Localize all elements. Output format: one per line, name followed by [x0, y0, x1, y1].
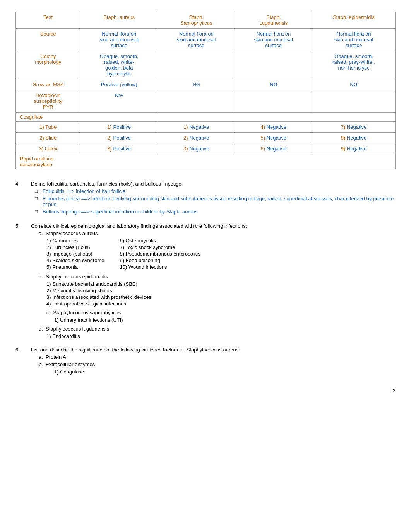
- q4-body: Define folliculitis, carbuncles, furuncl…: [31, 181, 396, 216]
- q6-num: 6.: [15, 347, 31, 376]
- row-slide-sapro: Negative: [189, 135, 209, 141]
- list-item: 3) Infections associated with prosthetic…: [46, 294, 396, 300]
- list-item: 4) Post-operative surgical infections: [46, 301, 396, 307]
- row-colony-epid: Opaque, smooth,raised, gray-white ,non-h…: [332, 53, 375, 71]
- list-item: 1) Urinary tract infections (UTI): [54, 317, 396, 323]
- row-tube-label: 1) Tube: [39, 124, 57, 130]
- list-item: 1) Subacute bacterial endocarditis (SBE): [46, 281, 396, 287]
- row-latex-sapro-num: 3): [183, 146, 189, 152]
- row-msa-label: Grow on MSA: [33, 82, 64, 87]
- list-item: 1) Endocarditis: [46, 333, 396, 339]
- question-5: 5. Correlate clinical, epidemiological a…: [15, 223, 396, 340]
- row-slide-epid-num: 8): [341, 135, 347, 141]
- row-latex-aureus: Positive: [113, 146, 131, 152]
- q5-c-block: c. Staphylococcus saprophyticus 1) Urina…: [31, 310, 396, 323]
- row-source-epid: Normal flora onskin and mucosalsurface: [334, 31, 373, 48]
- col-header-test: Test: [43, 14, 53, 20]
- row-novo-lugd: [235, 90, 312, 113]
- q5-body: Correlate clinical, epidemiological and …: [31, 223, 396, 340]
- row-novo-epid: [312, 90, 396, 113]
- q6-b-sub: 1) Coagulase: [39, 369, 396, 375]
- q6-b-coagulase: 1) Coagulase: [54, 369, 396, 375]
- row-latex-sapro: Negative: [189, 146, 209, 152]
- row-colony-lugd: [235, 51, 312, 79]
- question-4: 4. Define folliculitis, carbuncles, furu…: [15, 181, 396, 216]
- row-tube-lugd-num: 4): [261, 124, 267, 130]
- q5-b-label: b. Staphylococcus epidermidis: [39, 274, 396, 280]
- col-header-saprophyticus: Staph.Saprophyticus: [180, 14, 212, 26]
- q4-bullet-3: Bullous impetigo ==> superficial infecti…: [35, 209, 396, 215]
- row-novo-label: NovobiocinsusceptibilityPYR: [34, 92, 62, 110]
- col-header-epidermidis: Staph. epidermidis: [333, 14, 375, 20]
- q6-a: a. Protein A: [39, 354, 396, 360]
- q4-num: 4.: [15, 181, 31, 216]
- row-latex-lugd: Negative: [267, 146, 286, 152]
- row-slide-lugd: Negative: [267, 135, 286, 141]
- q4-bullet-list: Folliculitis ==> infection of hair folli…: [31, 188, 396, 215]
- q5-c-list: 1) Urinary tract infections (UTI): [46, 317, 396, 323]
- q5-b-block: b. Staphylococcus epidermidis 1) Subacut…: [31, 274, 396, 307]
- q4-text: Define folliculitis, carbuncles, furuncl…: [31, 181, 396, 187]
- list-item: 3) Impetigo (bullous): [46, 251, 104, 257]
- row-source-aureus: Normal flora onskin and mucosalsurface: [99, 31, 138, 48]
- row-colony-sapro: [158, 51, 235, 79]
- q5-a-list-left: 1) Carbuncles 2) Furuncles (Boils) 3) Im…: [46, 238, 104, 271]
- q5-d-list: 1) Endocarditis: [39, 333, 396, 339]
- col-header-lugdunensis: Staph.Lugdunensis: [259, 14, 288, 26]
- list-item: 5) Pneumonia: [46, 264, 104, 270]
- row-msa-epid: NG: [350, 82, 358, 87]
- q5-a-list-right: 6) Osteomyelitis 7) Toxic shock syndrome…: [120, 238, 200, 271]
- list-item: 6) Osteomyelitis: [120, 238, 200, 244]
- q4-bullet-1: Folliculitis ==> infection of hair folli…: [35, 188, 396, 194]
- row-latex-epid: Negative: [347, 146, 366, 152]
- row-slide-lugd-num: 5): [261, 135, 267, 141]
- q5-b-list: 1) Subacute bacterial endocarditis (SBE)…: [39, 281, 396, 307]
- row-slide-sapro-num: 2): [183, 135, 189, 141]
- q5-a-label: a. Staphylococcus aureus: [39, 230, 396, 236]
- list-item: 2) Furuncles (Boils): [46, 244, 104, 250]
- row-latex-num: 3): [107, 146, 113, 152]
- row-source-lugd: Normal flora onskin and mucosalsurface: [254, 31, 293, 48]
- row-latex-lugd-num: 6): [261, 146, 267, 152]
- q6-body: List and describe the significance of th…: [31, 347, 396, 376]
- q5-a-lists: 1) Carbuncles 2) Furuncles (Boils) 3) Im…: [39, 238, 396, 271]
- row-source-label: Source: [40, 31, 56, 37]
- row-latex-label: 3) Latex: [39, 146, 57, 152]
- row-msa-lugd: NG: [270, 82, 277, 87]
- q6-b: b. Extracellular enzymes: [39, 361, 396, 367]
- q5-d-label: d. Staphylococcus lugdunensis: [39, 326, 396, 332]
- q5-c-label: c. Staphylococcus saprophyticus: [46, 310, 396, 315]
- row-colony-aureus: Opaque, smooth,raised, white-golden, bet…: [100, 53, 139, 77]
- q5-num: 5.: [15, 223, 31, 340]
- q5-text: Correlate clinical, epidemiological and …: [31, 223, 396, 229]
- row-tube-epid: Negative: [347, 124, 366, 130]
- q5-d-block: d. Staphylococcus lugdunensis 1) Endocar…: [31, 326, 396, 339]
- list-item: 2) Meningitis involving shunts: [46, 288, 396, 293]
- row-msa-sapro: NG: [192, 82, 200, 87]
- list-item: 1) Carbuncles: [46, 238, 104, 244]
- row-colony-label: Colonymorphology: [35, 53, 61, 65]
- page-number: 2: [15, 388, 396, 394]
- comparison-table: Test Staph. aureus Staph.Saprophyticus S…: [15, 12, 396, 169]
- q4-bullet-2: Furuncles (boils) ==> infection involvin…: [35, 196, 396, 207]
- list-item: 8) Pseudomembranous enterocolitis: [120, 251, 200, 257]
- q6-text: List and describe the significance of th…: [31, 347, 396, 353]
- row-tube-sapro-num: 1): [183, 124, 189, 130]
- row-source-sapro: Normal flora onskin and mucosalsurface: [177, 31, 216, 48]
- col-header-aureus: Staph. aureus: [103, 14, 135, 20]
- list-item: 9) Food poisoning: [120, 257, 200, 263]
- list-item: 4) Scalded skin syndrome: [46, 257, 104, 263]
- row-tube-lugd: Negative: [267, 124, 286, 130]
- question-6: 6. List and describe the significance of…: [15, 347, 396, 376]
- row-tube-epid-num: 7): [341, 124, 347, 130]
- row-tube-sapro: Negative: [189, 124, 209, 130]
- row-slide-epid: Negative: [347, 135, 366, 141]
- row-slide-num: 2): [107, 135, 113, 141]
- row-tube-aureus: Positive: [113, 124, 131, 130]
- row-slide-label: 2) Slide: [39, 135, 57, 141]
- q6-b-block: b. Extracellular enzymes 1) Coagulase: [31, 361, 396, 375]
- row-slide-aureus: Positive: [113, 135, 131, 141]
- row-novo-aureus: N/A: [115, 92, 123, 98]
- list-item: 7) Toxic shock syndrome: [120, 244, 200, 250]
- row-coagulate-label: Coagulate: [20, 114, 43, 120]
